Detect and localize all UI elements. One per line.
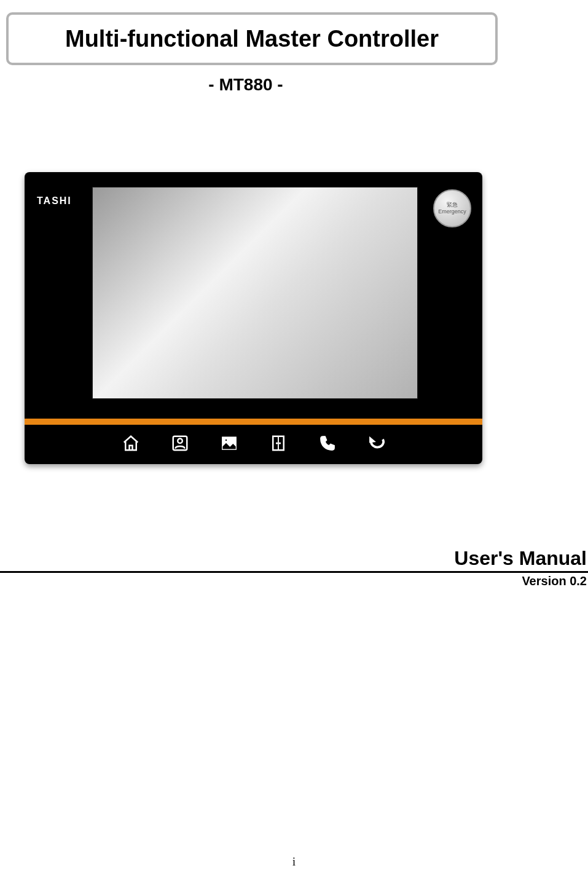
main-title: Multi-functional Master Controller <box>65 26 439 52</box>
device-screen <box>92 187 418 399</box>
emergency-button: 緊急 Emergency <box>433 189 471 227</box>
page-number: i <box>0 856 588 869</box>
user-icon <box>171 434 189 455</box>
version-label: Version 0.2 <box>0 574 588 588</box>
emergency-label-en: Emergency <box>438 208 466 215</box>
svg-point-3 <box>225 439 227 441</box>
home-icon <box>122 434 140 455</box>
manual-heading: User's Manual <box>0 547 588 570</box>
manual-section: User's Manual Version 0.2 <box>0 547 588 588</box>
model-subtitle: - MT880 - <box>0 75 492 95</box>
accent-strip <box>25 419 482 425</box>
nav-bar <box>25 425 482 464</box>
emergency-label-cn: 緊急 <box>447 202 458 208</box>
svg-point-5 <box>276 443 277 444</box>
door-icon <box>269 434 288 455</box>
device-illustration: TASHI 緊急 Emergency <box>25 172 482 464</box>
phone-icon <box>318 434 337 455</box>
title-box: Multi-functional Master Controller <box>6 12 498 65</box>
svg-point-6 <box>279 443 280 444</box>
brand-label: TASHI <box>37 195 72 207</box>
back-icon <box>367 434 386 455</box>
heading-rule <box>0 571 588 573</box>
svg-point-1 <box>178 439 182 444</box>
image-icon <box>220 434 238 455</box>
